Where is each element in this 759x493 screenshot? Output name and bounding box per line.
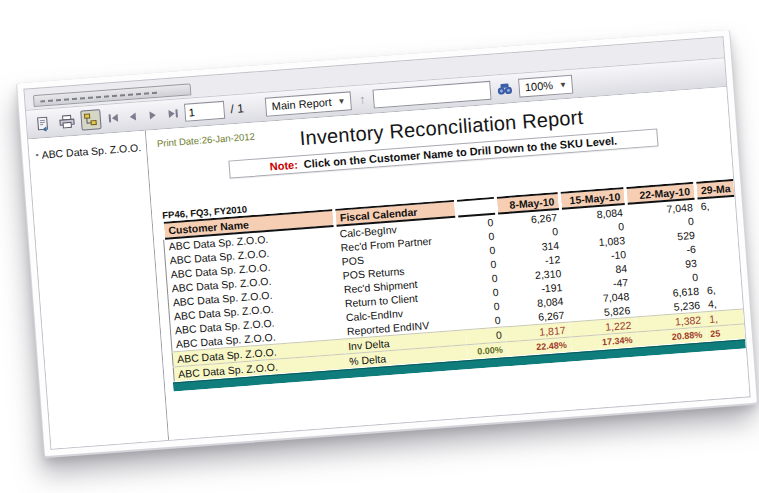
search-button[interactable] bbox=[494, 78, 515, 99]
previous-page-button[interactable] bbox=[124, 107, 141, 126]
preview-tab-text-blur bbox=[40, 92, 160, 103]
chevron-down-icon: ▼ bbox=[337, 96, 346, 106]
export-icon bbox=[36, 115, 51, 131]
last-page-icon bbox=[168, 110, 175, 118]
page-number-input[interactable] bbox=[184, 101, 225, 122]
report-page: Print Date:26-Jan-2012 Inventory Reconci… bbox=[146, 87, 750, 440]
report-viewer-window: / 1 Main Report ▼ ↑ bbox=[23, 36, 750, 450]
note-label: Note: bbox=[269, 158, 298, 172]
binoculars-search-icon bbox=[496, 81, 513, 96]
value-cell: 0.00% bbox=[466, 342, 507, 359]
previous-page-icon bbox=[130, 112, 137, 120]
print-button[interactable] bbox=[56, 111, 77, 132]
zoom-level-label: 100% bbox=[524, 79, 553, 93]
page-total-label: / 1 bbox=[230, 101, 244, 116]
export-button[interactable] bbox=[32, 113, 53, 134]
report-view-dropdown[interactable]: Main Report ▼ bbox=[265, 91, 352, 116]
go-to-icon[interactable]: ↑ bbox=[355, 92, 370, 107]
next-page-icon bbox=[149, 111, 156, 119]
chevron-down-icon: ▼ bbox=[559, 80, 568, 90]
zoom-level-dropdown[interactable]: 100% ▼ bbox=[518, 74, 573, 97]
report-view-label: Main Report bbox=[271, 96, 332, 112]
viewer-content: ▪ ABC Data Sp. Z.O.O. Print Date:26-Jan-… bbox=[28, 87, 749, 449]
search-text-input[interactable] bbox=[373, 80, 492, 108]
toggle-group-tree-icon bbox=[83, 112, 98, 127]
screenshot-frame: / 1 Main Report ▼ ↑ bbox=[17, 30, 757, 456]
group-tree-panel: ▪ ABC Data Sp. Z.O.O. bbox=[28, 131, 169, 449]
print-icon bbox=[58, 114, 75, 129]
group-tree-item-label: ABC Data Sp. Z.O.O. bbox=[41, 141, 141, 160]
last-page-button[interactable] bbox=[164, 104, 181, 123]
tree-node-icon: ▪ bbox=[35, 150, 39, 160]
toggle-group-tree-button[interactable] bbox=[80, 109, 101, 130]
next-page-button[interactable] bbox=[144, 106, 161, 125]
group-tree-item[interactable]: ▪ ABC Data Sp. Z.O.O. bbox=[35, 141, 143, 161]
page-background: / 1 Main Report ▼ ↑ bbox=[0, 0, 759, 493]
first-page-button[interactable] bbox=[104, 109, 121, 128]
